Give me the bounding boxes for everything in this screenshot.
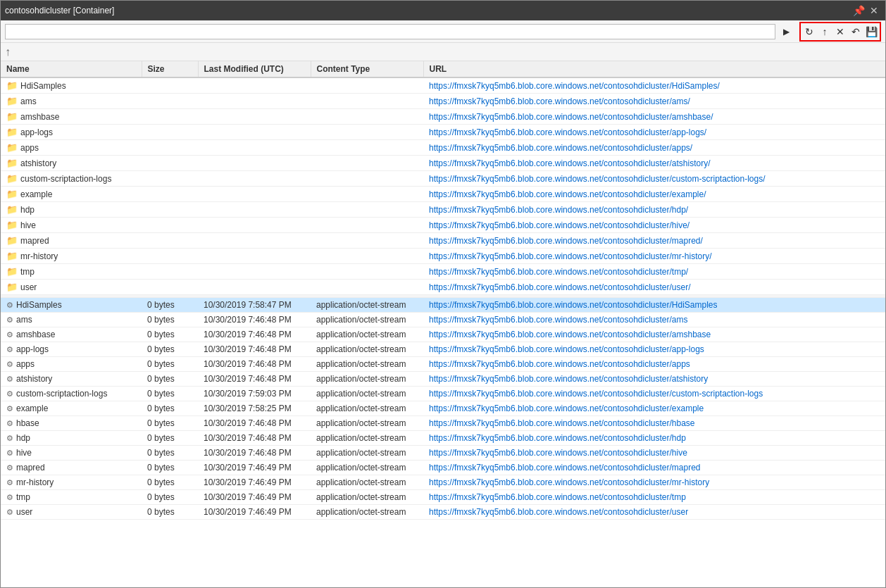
table-row[interactable]: ⚙ hive 0 bytes 10/30/2019 7:46:48 PM app… — [1, 446, 885, 461]
blob-url-link[interactable]: https://fmxsk7kyq5mb6.blob.core.windows.… — [429, 507, 688, 517]
folder-url-cell[interactable]: https://fmxsk7kyq5mb6.blob.core.windows.… — [423, 171, 885, 187]
folder-url-cell[interactable]: https://fmxsk7kyq5mb6.blob.core.windows.… — [423, 94, 885, 109]
folder-url-link[interactable]: https://fmxsk7kyq5mb6.blob.core.windows.… — [429, 81, 720, 91]
folder-name-cell[interactable]: 📁 example — [1, 187, 142, 202]
table-row[interactable]: ⚙ custom-scriptaction-logs 0 bytes 10/30… — [1, 387, 885, 401]
blob-name-cell[interactable]: ⚙ amshbase — [1, 327, 142, 342]
folder-url-link[interactable]: https://fmxsk7kyq5mb6.blob.core.windows.… — [429, 143, 692, 153]
folder-url-cell[interactable]: https://fmxsk7kyq5mb6.blob.core.windows.… — [423, 218, 885, 233]
blob-url-cell[interactable]: https://fmxsk7kyq5mb6.blob.core.windows.… — [423, 505, 885, 520]
folder-name-cell[interactable]: 📁 apps — [1, 140, 142, 156]
blob-url-cell[interactable]: https://fmxsk7kyq5mb6.blob.core.windows.… — [423, 342, 885, 357]
blob-url-cell[interactable]: https://fmxsk7kyq5mb6.blob.core.windows.… — [423, 401, 885, 416]
folder-url-cell[interactable]: https://fmxsk7kyq5mb6.blob.core.windows.… — [423, 249, 885, 264]
table-row[interactable]: 📁 amshbase https://fmxsk7kyq5mb6.blob.co… — [1, 109, 885, 125]
blob-url-cell[interactable]: https://fmxsk7kyq5mb6.blob.core.windows.… — [423, 298, 885, 313]
folder-url-cell[interactable]: https://fmxsk7kyq5mb6.blob.core.windows.… — [423, 140, 885, 156]
folder-url-link[interactable]: https://fmxsk7kyq5mb6.blob.core.windows.… — [429, 267, 688, 277]
content-area[interactable]: Name Size Last Modified (UTC) Content Ty… — [1, 61, 885, 587]
blob-url-link[interactable]: https://fmxsk7kyq5mb6.blob.core.windows.… — [429, 300, 718, 310]
folder-url-link[interactable]: https://fmxsk7kyq5mb6.blob.core.windows.… — [429, 158, 711, 168]
folder-url-cell[interactable]: https://fmxsk7kyq5mb6.blob.core.windows.… — [423, 264, 885, 280]
go-button[interactable]: ▶ — [778, 24, 794, 39]
path-input[interactable] — [5, 24, 775, 39]
table-row[interactable]: 📁 app-logs https://fmxsk7kyq5mb6.blob.co… — [1, 125, 885, 140]
folder-url-link[interactable]: https://fmxsk7kyq5mb6.blob.core.windows.… — [429, 189, 706, 199]
blob-name-cell[interactable]: ⚙ ams — [1, 313, 142, 327]
blob-url-cell[interactable]: https://fmxsk7kyq5mb6.blob.core.windows.… — [423, 475, 885, 490]
table-row[interactable]: 📁 HdiSamples https://fmxsk7kyq5mb6.blob.… — [1, 77, 885, 94]
folder-url-cell[interactable]: https://fmxsk7kyq5mb6.blob.core.windows.… — [423, 109, 885, 125]
table-row[interactable]: 📁 mr-history https://fmxsk7kyq5mb6.blob.… — [1, 249, 885, 264]
table-row[interactable]: 📁 ams https://fmxsk7kyq5mb6.blob.core.wi… — [1, 94, 885, 109]
col-header-name[interactable]: Name — [1, 61, 142, 77]
col-header-url[interactable]: URL — [423, 61, 885, 77]
blob-url-link[interactable]: https://fmxsk7kyq5mb6.blob.core.windows.… — [429, 477, 709, 487]
table-row[interactable]: ⚙ app-logs 0 bytes 10/30/2019 7:46:48 PM… — [1, 342, 885, 357]
table-row[interactable]: 📁 tmp https://fmxsk7kyq5mb6.blob.core.wi… — [1, 264, 885, 280]
navigate-up-button[interactable]: ↑ — [5, 46, 11, 58]
blob-name-cell[interactable]: ⚙ custom-scriptaction-logs — [1, 387, 142, 401]
blob-url-link[interactable]: https://fmxsk7kyq5mb6.blob.core.windows.… — [429, 344, 704, 354]
table-row[interactable]: ⚙ HdiSamples 0 bytes 10/30/2019 7:58:47 … — [1, 298, 885, 313]
blob-url-cell[interactable]: https://fmxsk7kyq5mb6.blob.core.windows.… — [423, 327, 885, 342]
table-row[interactable]: ⚙ example 0 bytes 10/30/2019 7:58:25 PM … — [1, 401, 885, 416]
col-header-modified[interactable]: Last Modified (UTC) — [198, 61, 311, 77]
folder-url-link[interactable]: https://fmxsk7kyq5mb6.blob.core.windows.… — [429, 127, 706, 137]
folder-name-cell[interactable]: 📁 hive — [1, 218, 142, 233]
blob-url-link[interactable]: https://fmxsk7kyq5mb6.blob.core.windows.… — [429, 330, 711, 339]
back-button[interactable]: ↶ — [848, 24, 863, 39]
table-row[interactable]: ⚙ tmp 0 bytes 10/30/2019 7:46:49 PM appl… — [1, 490, 885, 505]
col-header-size[interactable]: Size — [142, 61, 198, 77]
folder-url-link[interactable]: https://fmxsk7kyq5mb6.blob.core.windows.… — [429, 251, 712, 261]
folder-url-link[interactable]: https://fmxsk7kyq5mb6.blob.core.windows.… — [429, 112, 713, 122]
blob-name-cell[interactable]: ⚙ HdiSamples — [1, 298, 142, 313]
table-row[interactable]: 📁 mapred https://fmxsk7kyq5mb6.blob.core… — [1, 233, 885, 249]
refresh-button[interactable]: ↻ — [801, 24, 817, 39]
blob-url-cell[interactable]: https://fmxsk7kyq5mb6.blob.core.windows.… — [423, 490, 885, 505]
table-row[interactable]: ⚙ ams 0 bytes 10/30/2019 7:46:48 PM appl… — [1, 313, 885, 327]
blob-name-cell[interactable]: ⚙ atshistory — [1, 372, 142, 387]
folder-url-cell[interactable]: https://fmxsk7kyq5mb6.blob.core.windows.… — [423, 156, 885, 171]
folder-name-cell[interactable]: 📁 user — [1, 280, 142, 295]
blob-name-cell[interactable]: ⚙ tmp — [1, 490, 142, 505]
blob-url-cell[interactable]: https://fmxsk7kyq5mb6.blob.core.windows.… — [423, 313, 885, 327]
blob-url-link[interactable]: https://fmxsk7kyq5mb6.blob.core.windows.… — [429, 448, 687, 458]
table-row[interactable]: 📁 hive https://fmxsk7kyq5mb6.blob.core.w… — [1, 218, 885, 233]
blob-url-cell[interactable]: https://fmxsk7kyq5mb6.blob.core.windows.… — [423, 461, 885, 475]
table-row[interactable]: ⚙ mr-history 0 bytes 10/30/2019 7:46:49 … — [1, 475, 885, 490]
folder-name-cell[interactable]: 📁 app-logs — [1, 125, 142, 140]
blob-url-link[interactable]: https://fmxsk7kyq5mb6.blob.core.windows.… — [429, 315, 688, 325]
blob-name-cell[interactable]: ⚙ user — [1, 505, 142, 520]
table-row[interactable]: ⚙ user 0 bytes 10/30/2019 7:46:49 PM app… — [1, 505, 885, 520]
folder-url-link[interactable]: https://fmxsk7kyq5mb6.blob.core.windows.… — [429, 96, 690, 106]
folder-url-cell[interactable]: https://fmxsk7kyq5mb6.blob.core.windows.… — [423, 202, 885, 218]
table-row[interactable]: 📁 atshistory https://fmxsk7kyq5mb6.blob.… — [1, 156, 885, 171]
blob-name-cell[interactable]: ⚙ apps — [1, 357, 142, 372]
blob-name-cell[interactable]: ⚙ mapred — [1, 461, 142, 475]
close-button[interactable]: ✕ — [867, 4, 881, 18]
blob-url-cell[interactable]: https://fmxsk7kyq5mb6.blob.core.windows.… — [423, 446, 885, 461]
blob-url-cell[interactable]: https://fmxsk7kyq5mb6.blob.core.windows.… — [423, 357, 885, 372]
blob-url-link[interactable]: https://fmxsk7kyq5mb6.blob.core.windows.… — [429, 374, 708, 384]
folder-name-cell[interactable]: 📁 mr-history — [1, 249, 142, 264]
table-row[interactable]: ⚙ apps 0 bytes 10/30/2019 7:46:48 PM app… — [1, 357, 885, 372]
table-row[interactable]: 📁 hdp https://fmxsk7kyq5mb6.blob.core.wi… — [1, 202, 885, 218]
folder-url-link[interactable]: https://fmxsk7kyq5mb6.blob.core.windows.… — [429, 174, 766, 184]
table-row[interactable]: 📁 example https://fmxsk7kyq5mb6.blob.cor… — [1, 187, 885, 202]
table-row[interactable]: ⚙ mapred 0 bytes 10/30/2019 7:46:49 PM a… — [1, 461, 885, 475]
folder-url-cell[interactable]: https://fmxsk7kyq5mb6.blob.core.windows.… — [423, 125, 885, 140]
folder-name-cell[interactable]: 📁 mapred — [1, 233, 142, 249]
blob-url-link[interactable]: https://fmxsk7kyq5mb6.blob.core.windows.… — [429, 418, 695, 428]
folder-name-cell[interactable]: 📁 tmp — [1, 264, 142, 280]
table-row[interactable]: 📁 user https://fmxsk7kyq5mb6.blob.core.w… — [1, 280, 885, 295]
folder-url-cell[interactable]: https://fmxsk7kyq5mb6.blob.core.windows.… — [423, 187, 885, 202]
blob-name-cell[interactable]: ⚙ hive — [1, 446, 142, 461]
table-row[interactable]: ⚙ amshbase 0 bytes 10/30/2019 7:46:48 PM… — [1, 327, 885, 342]
col-header-content-type[interactable]: Content Type — [311, 61, 423, 77]
folder-name-cell[interactable]: 📁 amshbase — [1, 109, 142, 125]
folder-url-link[interactable]: https://fmxsk7kyq5mb6.blob.core.windows.… — [429, 205, 688, 215]
table-row[interactable]: ⚙ hbase 0 bytes 10/30/2019 7:46:48 PM ap… — [1, 416, 885, 431]
folder-url-cell[interactable]: https://fmxsk7kyq5mb6.blob.core.windows.… — [423, 77, 885, 94]
folder-name-cell[interactable]: 📁 hdp — [1, 202, 142, 218]
